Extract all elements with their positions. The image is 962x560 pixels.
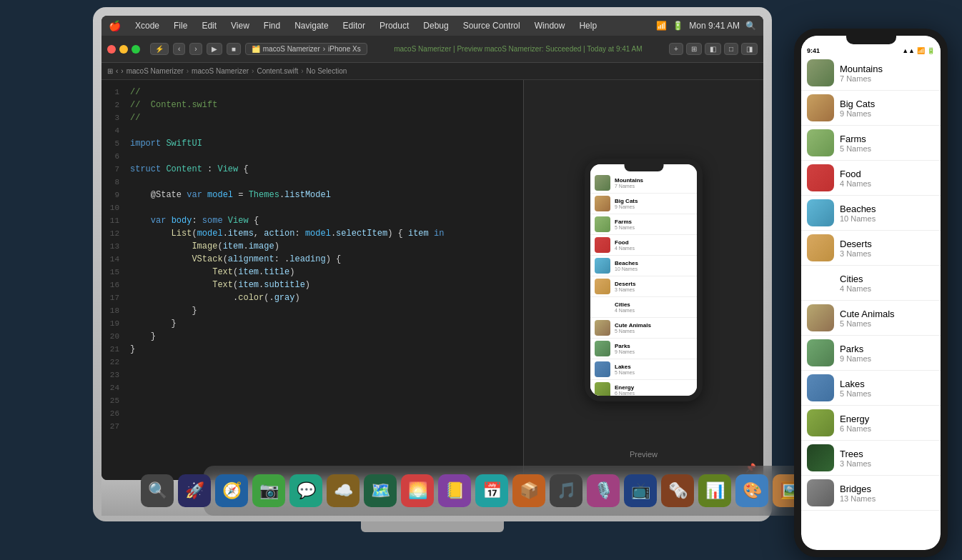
dock-icon-8[interactable]: 📒 xyxy=(438,474,471,507)
menu-xcode[interactable]: Xcode xyxy=(132,19,162,32)
minimize-button[interactable] xyxy=(119,45,128,54)
iphone-list[interactable]: Mountains7 NamesBig Cats9 NamesFarms5 Na… xyxy=(801,56,941,550)
add-file-button[interactable]: + xyxy=(669,43,683,55)
chevron-right-icon[interactable]: › xyxy=(121,67,123,75)
back-button[interactable]: ‹ xyxy=(173,43,185,55)
apple-logo[interactable]: 🍎 xyxy=(109,20,121,31)
breadcrumb-file[interactable]: Content.swift xyxy=(257,67,298,75)
run-button[interactable]: ▶ xyxy=(207,43,222,55)
preview-list-item[interactable]: Cute Animals5 Names xyxy=(590,318,697,339)
toolbar: ⚡ ‹ › ▶ ■ 🗂️ macoS Namerizer › iPhone Xs… xyxy=(101,36,763,63)
dock: 🔍🚀🧭📷💬☁️🗺️🌅📒📅📦🎵🎙️📺🗞️📊🎨🖼️📱⚙️⌨️ xyxy=(204,466,854,516)
menu-editor[interactable]: Editor xyxy=(340,19,368,32)
preview-list-item[interactable]: Parks9 Names xyxy=(590,339,697,359)
menu-debug[interactable]: Debug xyxy=(420,19,451,32)
menu-edit[interactable]: Edit xyxy=(199,19,219,32)
iphone-list-item[interactable]: Deserts3 Names xyxy=(801,231,941,266)
iphone-item-subtitle: 10 Names xyxy=(840,214,876,223)
iphone-list-item[interactable]: Beaches10 Names xyxy=(801,196,941,231)
breadcrumb-selection: No Selection xyxy=(307,67,347,75)
iphone-right: 9:41 ▲▲ 📶 🔋 Mountains7 NamesBig Cats9 Na… xyxy=(794,29,948,557)
dock-icon-10[interactable]: 📦 xyxy=(512,474,545,507)
iphone-list-item[interactable]: Food4 Names xyxy=(801,161,941,196)
preview-item-subtitle: 5 Names xyxy=(615,225,635,230)
iphone-item-title: Cities xyxy=(840,274,871,284)
dock-icon-16[interactable]: 🎨 xyxy=(735,474,768,507)
breadcrumb-project[interactable]: macoS Namerizer xyxy=(127,67,184,75)
dock-icon-15[interactable]: 📊 xyxy=(698,474,731,507)
preview-item-title: Lakes xyxy=(615,364,635,370)
stop-button[interactable]: ■ xyxy=(227,43,241,55)
dock-icon-9[interactable]: 📅 xyxy=(475,474,508,507)
iphone-list-item[interactable]: Parks9 Names xyxy=(801,336,941,371)
preview-list-item[interactable]: Beaches10 Names xyxy=(590,256,697,276)
navigator-toggle[interactable]: ⚡ xyxy=(150,43,169,55)
dock-icon-3[interactable]: 📷 xyxy=(252,474,285,507)
panel-toggle-1[interactable]: ◧ xyxy=(705,43,721,55)
dock-icon-11[interactable]: 🎵 xyxy=(550,474,582,507)
fullscreen-button[interactable] xyxy=(132,45,140,54)
code-editor[interactable]: 1//2// Content.swift3//45import SwiftUI6… xyxy=(101,80,523,480)
preview-list-item[interactable]: Cities4 Names xyxy=(590,297,697,318)
scheme-selector[interactable]: 🗂️ macoS Namerizer › iPhone Xs xyxy=(245,43,367,55)
iphone-list-item[interactable]: Big Cats9 Names xyxy=(801,91,941,126)
panel-toggle-3[interactable]: ◨ xyxy=(741,43,758,55)
menu-source-control[interactable]: Source Control xyxy=(460,19,523,32)
dock-icon-13[interactable]: 📺 xyxy=(624,474,657,507)
preview-list-item[interactable]: Farms5 Names xyxy=(590,214,697,235)
menu-navigate[interactable]: Navigate xyxy=(292,19,331,32)
panel-toggle-2[interactable]: □ xyxy=(724,43,738,55)
traffic-lights xyxy=(107,45,140,54)
preview-list-item[interactable]: Deserts3 Names xyxy=(590,276,697,297)
menu-help[interactable]: Help xyxy=(576,19,600,32)
menu-find[interactable]: Find xyxy=(261,19,283,32)
dock-icon-2[interactable]: 🧭 xyxy=(215,474,248,507)
dock-icon-1[interactable]: 🚀 xyxy=(178,474,211,507)
preview-list-item[interactable]: Energy6 Names xyxy=(590,380,697,396)
forward-button[interactable]: › xyxy=(189,43,202,55)
iphone-list-item[interactable]: Lakes5 Names xyxy=(801,371,941,406)
search-icon[interactable]: 🔍 xyxy=(745,21,756,31)
dock-icon-7[interactable]: 🌅 xyxy=(401,474,434,507)
iphone-list-item[interactable]: Energy6 Names xyxy=(801,406,941,441)
preview-list-item[interactable]: Mountains7 Names xyxy=(590,173,697,194)
preview-list-item[interactable]: Food4 Names xyxy=(590,235,697,256)
iphone-list-item[interactable]: Cute Animals5 Names xyxy=(801,301,941,336)
chevron-left-icon[interactable]: ‹ xyxy=(116,67,118,75)
iphone-list-item[interactable]: Bridges13 Names xyxy=(801,476,941,511)
iphone-item-title: Beaches xyxy=(840,204,876,214)
dock-icon-5[interactable]: ☁️ xyxy=(327,474,359,507)
iphone-list-item[interactable]: Trees3 Names xyxy=(801,441,941,476)
iphone-item-image xyxy=(807,59,834,86)
iphone-list-item[interactable]: Farms5 Names xyxy=(801,126,941,161)
iphone-item-subtitle: 5 Names xyxy=(840,319,895,328)
iphone-item-image xyxy=(807,199,834,226)
breadcrumb-group[interactable]: macoS Namerizer xyxy=(192,67,249,75)
menu-view[interactable]: View xyxy=(228,19,252,32)
iphone-list-item[interactable]: Cities4 Names xyxy=(801,266,941,301)
menu-product[interactable]: Product xyxy=(377,19,412,32)
preview-list-item[interactable]: Lakes5 Names xyxy=(590,359,697,380)
code-line: 3// xyxy=(101,111,523,124)
code-line: 13 Image(item.image) xyxy=(101,240,523,253)
sep-3: › xyxy=(301,67,303,75)
code-line: 16 Text(item.subtitle) xyxy=(101,279,523,291)
menu-window[interactable]: Window xyxy=(532,19,568,32)
dock-icon-4[interactable]: 💬 xyxy=(289,474,322,507)
iphone-item-title: Energy xyxy=(840,414,871,424)
dock-icon-12[interactable]: 🎙️ xyxy=(587,474,620,507)
menu-file[interactable]: File xyxy=(171,19,190,32)
iphone-list-item[interactable]: Mountains7 Names xyxy=(801,56,941,91)
preview-item-subtitle: 9 Names xyxy=(615,204,638,209)
iphone-right-screen: 9:41 ▲▲ 📶 🔋 Mountains7 NamesBig Cats9 Na… xyxy=(801,36,941,550)
code-line: 6 xyxy=(101,150,523,163)
dock-icon-6[interactable]: 🗺️ xyxy=(364,474,397,507)
dock-icon-14[interactable]: 🗞️ xyxy=(661,474,694,507)
dock-icon-0[interactable]: 🔍 xyxy=(141,474,174,507)
preview-item-image xyxy=(595,299,610,315)
preview-item-title: Food xyxy=(615,239,635,246)
iphone-item-image xyxy=(807,409,834,436)
close-button[interactable] xyxy=(107,45,116,54)
editor-layout-button[interactable]: ⊞ xyxy=(686,43,702,55)
preview-list-item[interactable]: Big Cats9 Names xyxy=(590,194,697,214)
